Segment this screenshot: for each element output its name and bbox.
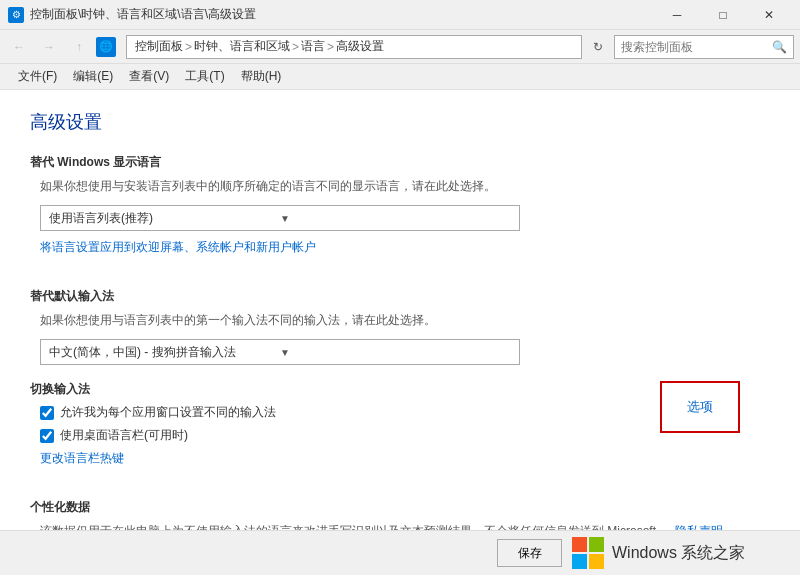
svg-rect-0 xyxy=(572,537,587,552)
checkbox2-label: 使用桌面语言栏(可用时) xyxy=(60,427,188,444)
section4-title: 个性化数据 xyxy=(30,499,770,516)
title-bar: ⚙ 控制面板\时钟、语言和区域\语言\高级设置 ─ □ ✕ xyxy=(0,0,800,30)
page-title: 高级设置 xyxy=(30,110,770,134)
save-button[interactable]: 保存 xyxy=(497,539,562,567)
section-display-language: 替代 Windows 显示语言 如果你想使用与安装语言列表中的顺序所确定的语言不… xyxy=(30,154,770,272)
dropdown1-arrow: ▼ xyxy=(280,213,511,224)
section2-dropdown-container: 中文(简体，中国) - 搜狗拼音输入法 ▼ xyxy=(40,339,770,365)
checkbox1-label: 允许我为每个应用窗口设置不同的输入法 xyxy=(60,404,276,421)
section1-dropdown-container: 使用语言列表(推荐) ▼ xyxy=(40,205,770,231)
globe-icon: 🌐 xyxy=(96,37,116,57)
section2-dropdown-value: 中文(简体，中国) - 搜狗拼音输入法 xyxy=(49,344,280,361)
window-icon: ⚙ xyxy=(8,7,24,23)
menu-tools[interactable]: 工具(T) xyxy=(177,66,232,88)
checkbox1-input[interactable] xyxy=(40,406,54,420)
content-area: 高级设置 替代 Windows 显示语言 如果你想使用与安装语言列表中的顺序所确… xyxy=(0,90,800,575)
section-default-input: 替代默认输入法 如果你想使用与语言列表中的第一个输入法不同的输入法，请在此处选择… xyxy=(30,288,770,365)
section1-dropdown-value: 使用语言列表(推荐) xyxy=(49,210,280,227)
section2-desc: 如果你想使用与语言列表中的第一个输入法不同的输入法，请在此处选择。 xyxy=(30,311,770,329)
windows-watermark: Windows 系统之家 xyxy=(570,531,790,576)
title-bar-text: 控制面板\时钟、语言和区域\语言\高级设置 xyxy=(30,6,654,23)
menu-view[interactable]: 查看(V) xyxy=(121,66,177,88)
menu-edit[interactable]: 编辑(E) xyxy=(65,66,121,88)
search-input[interactable] xyxy=(621,40,772,54)
svg-rect-1 xyxy=(589,537,604,552)
address-bar: ← → ↑ 🌐 控制面板 > 时钟、语言和区域 > 语言 > 高级设置 ↻ 🔍 xyxy=(0,30,800,64)
section1-title: 替代 Windows 显示语言 xyxy=(30,154,770,171)
back-button[interactable]: ← xyxy=(6,34,32,60)
section2-title: 替代默认输入法 xyxy=(30,288,770,305)
svg-rect-2 xyxy=(572,554,587,569)
bottom-bar: 保存 Windows 系统之家 xyxy=(0,530,800,575)
section2-dropdown[interactable]: 中文(简体，中国) - 搜狗拼音输入法 ▼ xyxy=(40,339,520,365)
address-path[interactable]: 控制面板 > 时钟、语言和区域 > 语言 > 高级设置 xyxy=(126,35,582,59)
close-button[interactable]: ✕ xyxy=(746,0,792,30)
checkbox2-input[interactable] xyxy=(40,429,54,443)
section3-title: 切换输入法 xyxy=(30,381,770,398)
maximize-button[interactable]: □ xyxy=(700,0,746,30)
dropdown2-arrow: ▼ xyxy=(280,347,511,358)
options-button[interactable]: 选项 xyxy=(660,381,740,433)
main-layout: 高级设置 替代 Windows 显示语言 如果你想使用与安装语言列表中的顺序所确… xyxy=(0,90,800,575)
menu-file[interactable]: 文件(F) xyxy=(10,66,65,88)
menu-help[interactable]: 帮助(H) xyxy=(233,66,290,88)
section1-dropdown[interactable]: 使用语言列表(推荐) ▼ xyxy=(40,205,520,231)
search-icon[interactable]: 🔍 xyxy=(772,40,787,54)
windows-logo-icon xyxy=(570,535,606,571)
title-bar-controls: ─ □ ✕ xyxy=(654,0,792,30)
up-button[interactable]: ↑ xyxy=(66,34,92,60)
section1-desc: 如果你想使用与安装语言列表中的顺序所确定的语言不同的显示语言，请在此处选择。 xyxy=(30,177,770,195)
menu-bar: 文件(F) 编辑(E) 查看(V) 工具(T) 帮助(H) xyxy=(0,64,800,90)
search-box: 🔍 xyxy=(614,35,794,59)
forward-button[interactable]: → xyxy=(36,34,62,60)
hotkey-link[interactable]: 更改语言栏热键 xyxy=(40,450,124,467)
refresh-button[interactable]: ↻ xyxy=(586,35,610,59)
minimize-button[interactable]: ─ xyxy=(654,0,700,30)
watermark-text: Windows 系统之家 xyxy=(612,543,745,564)
section-switch-input: 切换输入法 允许我为每个应用窗口设置不同的输入法 使用桌面语言栏(可用时) 更改… xyxy=(30,381,770,483)
svg-rect-3 xyxy=(589,554,604,569)
welcome-screen-link[interactable]: 将语言设置应用到欢迎屏幕、系统帐户和新用户帐户 xyxy=(40,239,316,256)
